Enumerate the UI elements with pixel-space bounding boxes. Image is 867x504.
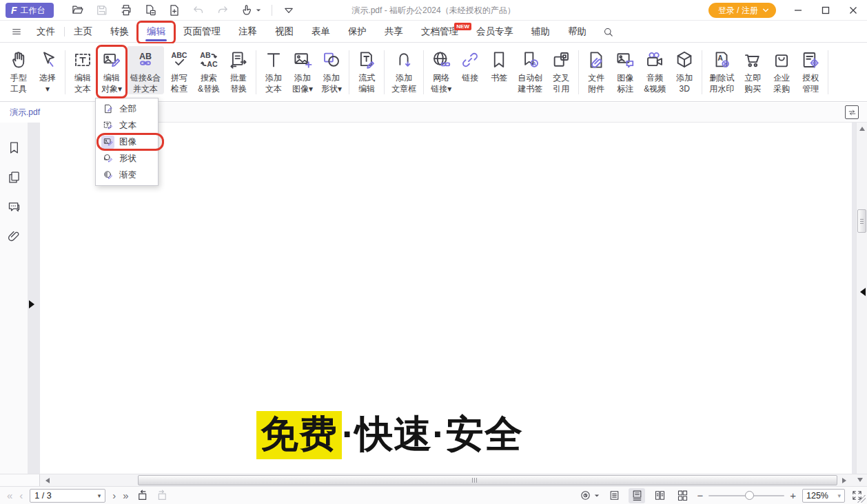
add-3d-button[interactable]: 添加 3D [671,46,698,94]
attachments-panel-icon[interactable] [7,229,21,244]
undo-icon[interactable] [192,3,205,17]
menu-protect[interactable]: 保护 [339,21,376,43]
menu-convert[interactable]: 转换 [101,21,138,43]
redo-icon[interactable] [216,3,229,17]
cross-reference-button[interactable]: 交叉 引用 [547,46,575,94]
zoom-in-button[interactable]: + [790,490,796,501]
enterprise-purchase-button[interactable]: 企业 采购 [768,46,795,94]
add-article-box-button[interactable]: 添加 文章框 [388,46,420,94]
buy-now-button[interactable]: 立即 购买 [739,46,766,94]
zoom-out-button[interactable]: − [697,490,703,501]
menu-home[interactable]: 主页 [65,21,101,43]
page-number-input[interactable]: 1 / 3 ▾ [30,489,105,503]
zoom-level-input[interactable]: 125% ▾ [802,489,845,503]
extract-page-icon[interactable] [143,3,157,17]
zoom-dropdown-caret-icon[interactable]: ▾ [837,492,841,499]
add-shape-button[interactable]: 添加 形状▾ [318,46,345,94]
search-icon[interactable] [595,26,621,38]
facing-layout-button[interactable] [651,488,668,503]
bookmark-button[interactable]: 书签 [485,46,513,83]
bookmark-panel-icon[interactable] [7,140,21,155]
audio-video-button[interactable]: 音频 &视频 [640,46,669,94]
select-button[interactable]: 选择 ▾ [34,46,61,94]
next-page-button[interactable]: › [112,490,116,501]
hand-tool-button[interactable]: 手型 工具 [5,46,32,94]
web-link-button[interactable]: 网络 链接▾ [427,46,455,94]
menu-help[interactable]: 帮助 [559,21,595,43]
last-page-button[interactable]: » [123,490,128,501]
zoom-slider-knob[interactable] [745,491,754,500]
panel-toggle-button[interactable] [845,105,859,119]
comments-panel-icon[interactable] [7,200,21,214]
facing-continuous-layout-button[interactable] [674,488,691,503]
first-page-button[interactable]: « [7,490,12,501]
link-merge-text-button[interactable]: AB 链接&合 并文本 [127,46,164,94]
previous-page-button[interactable]: ‹ [19,490,23,501]
next-view-icon[interactable] [156,489,169,502]
remove-trial-watermark-button[interactable]: A 删除试 用水印 [706,46,737,94]
save-icon[interactable] [95,3,109,17]
previous-view-icon[interactable] [136,489,149,502]
close-button[interactable] [839,0,867,21]
horizontal-scrollbar[interactable] [0,474,867,486]
menu-document-management[interactable]: 文档管理 NEW [412,21,467,43]
license-manage-button[interactable]: 授权 管理 [797,46,824,94]
login-register-button[interactable]: 登录 / 注册 [708,3,776,18]
pages-panel-icon[interactable] [7,170,21,185]
page-dropdown-caret-icon[interactable]: ▾ [98,492,101,499]
minimize-button[interactable] [784,0,812,21]
scroll-up-arrow[interactable] [859,127,865,131]
sidebar-expand-arrow[interactable] [29,300,34,308]
create-pdf-icon[interactable] [167,3,181,17]
search-replace-button[interactable]: ABAC 搜索 &替换 [194,46,223,94]
menu-view[interactable]: 视图 [266,21,303,43]
menu-member-exclusive[interactable]: 会员专享 [467,21,522,43]
continuous-layout-button[interactable] [629,488,645,503]
window-resize-grip[interactable] [857,494,866,503]
menu-form[interactable]: 表单 [303,21,339,43]
right-panel-expand-arrow[interactable] [860,288,866,296]
add-text-button[interactable]: 添加 文本 [260,46,287,94]
vertical-scrollbar[interactable] [856,123,867,474]
scroll-right-arrow[interactable] [842,478,846,483]
scroll-left-arrow[interactable] [45,478,50,483]
vertical-scroll-thumb[interactable] [857,209,866,233]
file-attachment-button[interactable]: 文件 附件 [582,46,610,94]
dropdown-item-text[interactable]: 文本 [96,117,158,134]
menu-comment[interactable]: 注释 [229,21,266,43]
auto-create-bookmark-button[interactable]: A 自动创 建书签 [514,46,546,94]
add-image-button[interactable]: 添加 图像▾ [289,46,316,94]
menu-accessibility[interactable]: 辅助 [522,21,559,43]
link-button[interactable]: 链接 [456,46,484,83]
workspace-button[interactable]: F 工作台 [6,3,54,18]
image-annotation-button[interactable]: 图像 标注 [611,46,639,94]
horizontal-scroll-thumb[interactable] [138,475,837,485]
single-page-layout-button[interactable] [606,488,622,503]
zoom-slider-track[interactable] [708,495,784,496]
dropdown-item-gradient[interactable]: 渐变 [96,167,158,183]
customize-toolbar-icon[interactable] [283,4,295,17]
flow-edit-button[interactable]: 流式 编辑 [353,46,380,94]
touch-mode-icon[interactable] [240,3,261,17]
auto-scroll-button[interactable] [580,490,600,501]
dropdown-item-image[interactable]: 图像 [96,134,158,150]
hamburger-icon[interactable] [0,26,28,37]
spell-check-button[interactable]: ABC 拼写 检查 [165,46,193,94]
menu-share[interactable]: 共享 [376,21,412,43]
menu-page-management[interactable]: 页面管理 [174,21,229,43]
quick-access-toolbar [71,0,295,21]
scrollbar-corner [0,474,40,487]
edit-object-button[interactable]: 编辑 对象▾ [98,46,125,94]
pdf-page[interactable]: 免费·快速·安全 [40,123,852,474]
edit-text-button[interactable]: 编辑 文本 [69,46,96,94]
menu-edit[interactable]: 编辑 [138,21,174,43]
document-tab[interactable]: 演示.pdf [0,103,96,123]
menu-file[interactable]: 文件 [28,21,64,43]
batch-replace-button[interactable]: 批量 替换 [225,46,252,94]
dropdown-item-all[interactable]: 全部 [96,101,158,117]
dropdown-item-shape[interactable]: 形状 [96,150,158,167]
scroll-down-arrow[interactable] [857,478,863,482]
print-icon[interactable] [119,3,133,17]
maximize-button[interactable] [812,0,839,21]
open-folder-icon[interactable] [71,3,85,17]
